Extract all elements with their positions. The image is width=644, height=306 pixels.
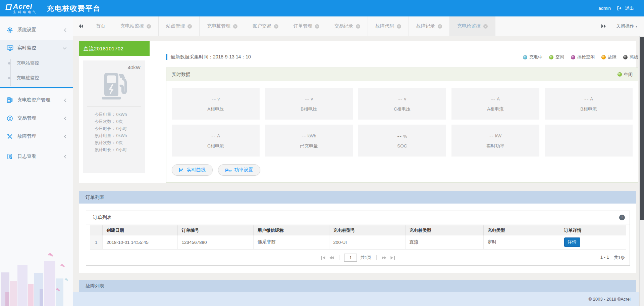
copyright-text: © 2003 - 2018 ©Acrel — [589, 292, 631, 306]
stat-today-energy: 今日电量：0kWh — [95, 111, 145, 118]
tab-gun-monitoring[interactable]: 充电枪监控 × — [450, 16, 495, 36]
tab-bar: 首页 充电站监控 × 站点管理 × 充电桩管理 × 账户交易 × 订单管理 × … — [73, 16, 644, 36]
order-detail-button[interactable]: 详情 — [564, 237, 580, 247]
tab-transaction-records[interactable]: 交易记录 × — [327, 16, 368, 36]
row-index-cell: 1 — [90, 235, 102, 249]
first-page-icon[interactable] — [321, 256, 326, 260]
close-tab-icon[interactable]: × — [438, 24, 442, 29]
fault-status-dot-icon — [601, 55, 606, 59]
sidebar-subitem-label: 充电桩监控 — [16, 75, 39, 81]
close-tab-icon[interactable]: × — [356, 24, 360, 29]
tab-label: 充电站监控 — [120, 23, 144, 29]
sidebar-item-realtime-monitoring[interactable]: 实时监控 — [0, 40, 73, 56]
sidebar-item-transactions[interactable]: 交易管理 — [0, 111, 73, 126]
chevron-left-icon — [64, 28, 67, 32]
scrollbar-thumb[interactable] — [640, 37, 644, 220]
panel-collapse-toggle-icon[interactable]: + — [619, 215, 625, 220]
logout-icon[interactable] — [617, 6, 622, 11]
metric-soc: --%SOC — [358, 125, 446, 157]
tab-fault-records[interactable]: 故障记录 × — [409, 16, 450, 36]
status-legend: 充电中 空闲 插枪空闲 故障 离线 — [523, 54, 638, 60]
idle-status-dot-icon — [549, 55, 553, 59]
faults-section-banner: 故障列表 — [79, 280, 636, 292]
column-created-date: 创建日期 — [102, 225, 177, 235]
orders-table: 创建日期 订单编号 用户微信昵称 充电桩型号 充电桩类型 充电类型 订单详情 1… — [90, 225, 626, 250]
sidebar-item-label: 系统设置 — [17, 27, 36, 33]
close-tab-icon[interactable]: × — [147, 24, 151, 29]
power-settings-button[interactable]: Pwr 功率设置 — [218, 164, 260, 176]
close-tab-icon[interactable]: × — [187, 24, 192, 29]
sidebar-item-system-settings[interactable]: 系统设置 — [0, 22, 73, 38]
close-tab-icon[interactable]: × — [274, 24, 278, 29]
order-number-cell: 1234567890 — [177, 235, 253, 249]
sidebar-subitem-station-monitoring[interactable]: 充电站监控 — [0, 56, 73, 71]
page-footer: © 2003 - 2018 ©Acrel — [73, 292, 644, 306]
sidebar-item-label: 故障管理 — [17, 133, 36, 139]
realtime-curve-button[interactable]: 实时曲线 — [172, 164, 213, 176]
close-operations-dropdown[interactable]: 关闭操作 ▾ — [611, 16, 644, 36]
latest-collect-time: 最新数据采集时间：2018-9-13 14：10 — [171, 54, 251, 60]
tab-order-management[interactable]: 订单管理 × — [286, 16, 327, 36]
metric-empty-cell — [545, 125, 633, 157]
logout-button[interactable]: 退出 — [625, 5, 634, 11]
sidebar-subitem-pile-monitoring[interactable]: 充电桩监控 — [0, 71, 73, 85]
pile-model-cell: 200-UI — [329, 235, 405, 249]
transaction-icon — [7, 115, 13, 121]
charging-status-dot-icon — [523, 55, 527, 59]
page-number-input[interactable] — [344, 254, 357, 262]
vertical-scrollbar[interactable] — [639, 36, 644, 306]
order-detail-cell: 详情 — [560, 235, 626, 249]
legend-offline: 离线 — [623, 54, 638, 60]
page-title: 充电桩收费平台 — [47, 4, 101, 13]
tab-label: 交易记录 — [334, 23, 353, 29]
tabs-scroll-left-icon[interactable] — [73, 16, 89, 36]
device-power-rating: 40kW — [83, 60, 145, 70]
legend-fault: 故障 — [601, 54, 616, 60]
city-skyline-decoration — [0, 249, 73, 306]
close-tab-icon[interactable]: × — [233, 24, 237, 29]
column-index — [90, 225, 102, 235]
tab-home[interactable]: 首页 — [89, 16, 113, 36]
power-pwr-icon: Pwr — [225, 168, 232, 173]
tab-account-transactions[interactable]: 账户交易 × — [245, 16, 286, 36]
offline-status-dot-icon — [623, 55, 628, 59]
tab-station-monitoring[interactable]: 充电站监控 × — [113, 16, 159, 36]
last-page-icon[interactable] — [390, 256, 395, 260]
sidebar-item-pile-assets[interactable]: 充电桩资产管理 — [0, 92, 73, 108]
record-total-label: 共1条 — [614, 255, 625, 261]
brand-name: Acrel — [13, 3, 38, 10]
record-range-label: 1 - 1 — [600, 255, 609, 261]
column-pile-type: 充电桩类型 — [405, 225, 483, 235]
sidebar-item-fault-management[interactable]: 故障管理 — [0, 129, 73, 144]
column-order-number: 订单编号 — [177, 225, 253, 235]
main-content: 直流2018101702 40kW — [73, 36, 644, 306]
next-page-icon[interactable] — [381, 256, 387, 260]
tabs-scroll-right-icon[interactable] — [596, 16, 611, 36]
metrics-grid: --vA相电压 --vB相电压 --vC相电压 --AA相电流 --AB相电流 … — [166, 81, 638, 157]
tab-fault-codes[interactable]: 故障代码 × — [368, 16, 409, 36]
legend-idle: 空闲 — [549, 54, 564, 60]
tab-label: 订单管理 — [293, 23, 312, 29]
previous-page-icon[interactable] — [329, 256, 334, 260]
monitor-panel: 直流2018101702 40kW — [79, 41, 636, 183]
close-tab-icon[interactable]: × — [315, 24, 319, 29]
button-label: 实时曲线 — [187, 167, 206, 173]
sidebar-group-realtime-monitoring: 实时监控 充电站监控 充电桩监控 — [0, 40, 73, 88]
gear-icon — [7, 27, 13, 33]
realtime-data-panel: 实时数据 空闲 --vA相电压 --vB相电压 --vC相电压 --AA相电流 … — [166, 68, 638, 183]
sidebar-item-log-view[interactable]: 日志查看 — [0, 149, 73, 164]
close-tab-icon[interactable]: × — [397, 24, 401, 29]
close-tab-icon[interactable]: × — [483, 24, 488, 29]
realtime-panel-title: 实时数据 — [172, 72, 191, 78]
total-pages-label: 共1页 — [360, 255, 371, 261]
sidebar-subitem-label: 充电站监控 — [16, 60, 39, 66]
table-header-row: 创建日期 订单编号 用户微信昵称 充电桩型号 充电桩类型 充电类型 订单详情 — [90, 225, 626, 235]
stat-total-energy: 累计电量：0kWh — [95, 132, 145, 139]
tab-site-management[interactable]: 站点管理 × — [159, 16, 200, 36]
charging-pile-icon — [7, 97, 13, 103]
tab-pile-management[interactable]: 充电桩管理 × — [200, 16, 245, 36]
caret-down-icon: ▾ — [636, 25, 637, 28]
metric-phase-c-voltage: --vC相电压 — [358, 88, 446, 120]
logo-flag-icon — [5, 4, 12, 10]
tab-label: 充电桩管理 — [207, 23, 230, 29]
